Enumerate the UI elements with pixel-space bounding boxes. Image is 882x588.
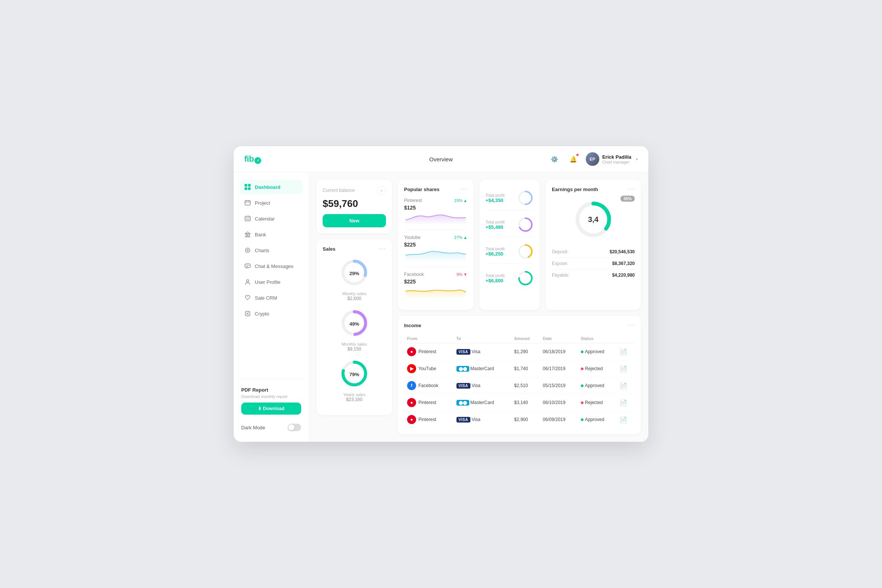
status-badge: Approved bbox=[581, 383, 604, 388]
earnings-row-expose: Expose: $8,367,320 bbox=[552, 258, 635, 270]
income-to: VISA Visa bbox=[453, 377, 511, 394]
status-badge: Rejected bbox=[581, 400, 603, 405]
sidebar-item-crypto[interactable]: Crypto bbox=[240, 306, 303, 321]
sidebar-item-calendar[interactable]: Calendar bbox=[240, 211, 303, 226]
income-status: Approved bbox=[578, 343, 617, 360]
approved-dot bbox=[581, 351, 583, 353]
notif-badge bbox=[576, 153, 579, 156]
chevron-down-icon: ▾ bbox=[636, 157, 638, 161]
income-from: ▶YouTube bbox=[404, 360, 453, 377]
left-column: Current balance › $59,760 New Sales ··· bbox=[317, 180, 392, 434]
header-actions: ⚙️ 🔔 EP Erick Padilla Chief manager ▾ bbox=[548, 152, 638, 166]
sidebar: Dashboard Project Calendar Bank bbox=[234, 172, 309, 442]
earnings-list: Deposit: $20,546,530 Expose: $8,367,320 … bbox=[552, 246, 635, 281]
profit-card: Total profit +$4,350 bbox=[479, 180, 540, 310]
table-row: ●PinterestVISA Visa$2,90006/09/2019Appro… bbox=[404, 411, 635, 428]
profit-item-1: Total profit +$4,350 bbox=[485, 186, 534, 210]
sales-title: Sales bbox=[323, 246, 335, 252]
status-badge: Rejected bbox=[581, 366, 603, 371]
weekly-label: Weekly sales bbox=[342, 291, 367, 296]
balance-header: Current balance › bbox=[323, 186, 386, 195]
new-button[interactable]: New bbox=[323, 214, 386, 227]
svg-rect-18 bbox=[249, 234, 250, 236]
rejected-dot bbox=[581, 368, 583, 370]
income-header: Income ··· bbox=[404, 322, 635, 329]
logo: fib bbox=[244, 154, 261, 164]
profit-ring-3 bbox=[517, 243, 534, 260]
income-amount: $3,140 bbox=[511, 394, 540, 411]
monthly-sales-item: 49% Monthly sales $9,150 bbox=[323, 308, 386, 352]
sidebar-item-label: Charts bbox=[255, 248, 269, 253]
table-row: ▶YouTube⬤⬤ MasterCard$1,74006/17/2019Rej… bbox=[404, 360, 635, 377]
profit-value-2: +$5,480 bbox=[485, 224, 505, 230]
crm-icon bbox=[244, 294, 251, 301]
profit-item-2: Total profit +$5,480 bbox=[485, 213, 534, 237]
income-from: ●Pinterest bbox=[404, 343, 453, 360]
approved-dot bbox=[581, 384, 583, 387]
sidebar-item-bank[interactable]: Bank bbox=[240, 227, 303, 242]
income-more-button[interactable]: ··· bbox=[628, 322, 635, 329]
earnings-row-deposit: Deposit: $20,546,530 bbox=[552, 246, 635, 258]
balance-arrow[interactable]: › bbox=[377, 186, 386, 195]
pinterest-name: Pinterest bbox=[404, 198, 422, 203]
download-button[interactable]: ⬇ Download bbox=[241, 403, 301, 415]
from-icon: ● bbox=[407, 415, 416, 424]
sidebar-item-charts[interactable]: Charts bbox=[240, 243, 303, 257]
sidebar-item-sale-crm[interactable]: Sale CRM bbox=[240, 291, 303, 305]
top-row: Popular shares ··· Pinterest 15% ▲ bbox=[398, 180, 641, 310]
income-action[interactable]: 📄 bbox=[617, 343, 635, 360]
user-profile-header[interactable]: EP Erick Padilla Chief manager ▾ bbox=[586, 152, 638, 166]
earnings-pct-badge: 35% bbox=[620, 196, 635, 202]
popular-more-button[interactable]: ··· bbox=[460, 186, 467, 193]
document-icon[interactable]: 📄 bbox=[620, 416, 627, 423]
sales-more-button[interactable]: ··· bbox=[379, 245, 386, 252]
sidebar-item-label: User Profile bbox=[255, 279, 280, 285]
dark-mode-toggle[interactable] bbox=[288, 424, 301, 431]
sidebar-item-chat[interactable]: Chat & Messages bbox=[240, 259, 303, 273]
svg-point-25 bbox=[247, 280, 249, 282]
earnings-card: Earnings per month ··· 35% 3,4 bbox=[546, 180, 641, 310]
deposit-value: $20,546,530 bbox=[609, 249, 635, 254]
pinterest-value: $125 bbox=[404, 205, 467, 211]
document-icon[interactable]: 📄 bbox=[620, 400, 627, 406]
svg-rect-1 bbox=[248, 184, 251, 187]
document-icon[interactable]: 📄 bbox=[620, 349, 627, 355]
yearly-pct: 79% bbox=[349, 372, 359, 377]
svg-rect-8 bbox=[245, 216, 250, 221]
user-info: Erick Padilla Chief manager bbox=[602, 154, 631, 164]
approved-dot bbox=[581, 418, 583, 421]
dark-mode-label: Dark Mode bbox=[241, 425, 265, 430]
sidebar-item-project[interactable]: Project bbox=[240, 196, 303, 210]
income-amount: $1,290 bbox=[511, 343, 540, 360]
income-action[interactable]: 📄 bbox=[617, 360, 635, 377]
document-icon[interactable]: 📄 bbox=[620, 366, 627, 372]
income-action[interactable]: 📄 bbox=[617, 411, 635, 428]
earnings-more-button[interactable]: ··· bbox=[628, 186, 635, 193]
sidebar-item-user-profile[interactable]: User Profile bbox=[240, 275, 303, 289]
yearly-sales-item: 79% Yearly sales $23,160 bbox=[323, 358, 386, 402]
table-row: ●Pinterest⬤⬤ MasterCard$3,14006/10/2019R… bbox=[404, 394, 635, 411]
user-name: Erick Padilla bbox=[602, 154, 631, 160]
svg-rect-2 bbox=[245, 187, 247, 190]
income-title: Income bbox=[404, 323, 421, 328]
sidebar-item-dashboard[interactable]: Dashboard bbox=[240, 180, 303, 194]
status-badge: Approved bbox=[581, 417, 604, 422]
weekly-sales-item: 29% Weekly sales $2,600 bbox=[323, 257, 386, 301]
document-icon[interactable]: 📄 bbox=[620, 383, 627, 389]
svg-rect-12 bbox=[246, 219, 247, 220]
svg-rect-19 bbox=[245, 236, 250, 237]
svg-rect-22 bbox=[245, 264, 250, 268]
profit-label-3: Total profit bbox=[485, 247, 505, 251]
notifications-button[interactable]: 🔔 bbox=[567, 153, 580, 165]
visa-badge: VISA bbox=[456, 349, 470, 355]
profit-item-3: Total profit +$6,250 bbox=[485, 239, 534, 264]
sidebar-item-label: Sale CRM bbox=[255, 295, 277, 301]
monthly-value: $9,150 bbox=[348, 346, 361, 352]
income-action[interactable]: 📄 bbox=[617, 377, 635, 394]
settings-button[interactable]: ⚙️ bbox=[548, 153, 561, 165]
profit-label-4: Total profit bbox=[485, 273, 505, 278]
content-area: Current balance › $59,760 New Sales ··· bbox=[309, 172, 648, 442]
balance-amount: $59,760 bbox=[323, 198, 386, 210]
dashboard: fib Overview ⚙️ 🔔 EP Erick Padilla Chief… bbox=[234, 146, 648, 442]
income-action[interactable]: 📄 bbox=[617, 394, 635, 411]
